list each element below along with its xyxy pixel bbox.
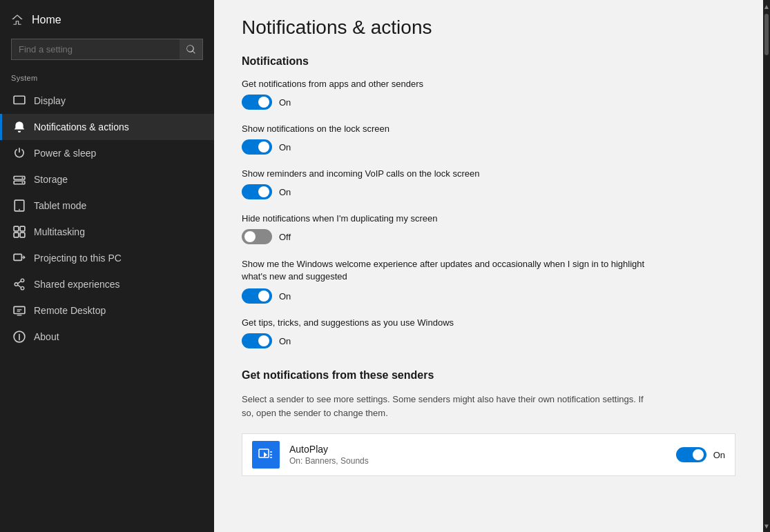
svg-rect-11 [14,254,21,260]
t5-toggle[interactable] [242,288,272,304]
autoplay-track [676,447,706,462]
t2-label: Show notifications on the lock screen [242,124,735,134]
t5-label: Show me the Windows welcome experience a… [242,258,656,283]
t6-state: On [279,336,291,346]
setting-row-t4: Hide notifications when I'm duplicating … [242,213,735,244]
power-label: Power & sleep [34,148,96,159]
tablet-icon [13,199,26,212]
shared-label: Shared experiences [34,279,120,290]
sidebar-item-display[interactable]: Display [0,88,214,114]
t1-toggle-row: On [242,95,735,110]
t3-label: Show reminders and incoming VoIP calls o… [242,168,735,179]
t1-thumb [258,97,269,108]
storage-icon [13,173,26,186]
sidebar-item-power[interactable]: Power & sleep [0,140,214,166]
tablet-label: Tablet mode [34,200,86,211]
notifications-label: Notifications & actions [34,121,129,132]
t6-track [242,333,272,348]
senders-desc: Select a sender to see more settings. So… [242,393,656,420]
sidebar-item-about[interactable]: About [0,324,214,350]
storage-label: Storage [34,174,68,185]
scroll-thumb[interactable] [764,14,769,55]
sidebar-item-storage[interactable]: Storage [0,166,214,193]
t5-state: On [279,291,291,302]
setting-row-t3: Show reminders and incoming VoIP calls o… [242,168,735,199]
search-button[interactable] [180,39,203,60]
svg-rect-10 [20,233,25,237]
sidebar-item-tablet[interactable]: Tablet mode [0,193,214,219]
app-row-autoplay[interactable]: AutoPlay On: Banners, Sounds On [242,433,735,476]
bell-icon [13,121,26,133]
sidebar-item-projecting[interactable]: Projecting to this PC [0,245,214,271]
autoplay-name: AutoPlay [289,444,676,455]
sidebar-item-home[interactable]: Home [0,7,214,33]
svg-rect-7 [14,226,19,231]
senders-section: Get notifications from these senders Sel… [242,369,735,476]
autoplay-info: AutoPlay On: Banners, Sounds [289,444,676,466]
t6-thumb [258,335,269,346]
t2-thumb [258,141,269,152]
page-title: Notifications & actions [242,17,735,39]
display-label: Display [34,95,66,106]
scroll-down-arrow[interactable]: ▼ [763,520,770,532]
t3-state: On [279,187,291,197]
sidebar-item-shared[interactable]: Shared experiences [0,271,214,297]
t2-state: On [279,142,291,152]
t6-label: Get tips, tricks, and suggestions as you… [242,317,735,328]
t5-thumb [258,290,269,302]
t4-track [242,229,272,244]
t4-label: Hide notifications when I'm duplicating … [242,213,735,224]
setting-row-t6: Get tips, tricks, and suggestions as you… [242,317,735,348]
sidebar-item-remote[interactable]: Remote Desktop [0,297,214,324]
t4-toggle-row: Off [242,229,735,244]
search-box [11,39,203,60]
shared-icon [13,278,26,290]
autoplay-state: On [713,450,725,460]
t3-thumb [258,186,269,197]
about-label: About [34,331,59,342]
home-icon [11,14,23,26]
t2-toggle[interactable] [242,139,272,155]
autoplay-toggle[interactable] [676,447,706,462]
t2-toggle-row: On [242,139,735,155]
sidebar-item-notifications[interactable]: Notifications & actions [0,114,214,140]
project-icon [13,252,26,264]
svg-point-4 [21,181,23,183]
senders-heading: Get notifications from these senders [242,369,735,382]
autoplay-icon [258,446,274,463]
main-content: Notifications & actions Notifications Ge… [214,0,763,532]
search-icon [186,45,196,55]
monitor-icon [13,95,26,107]
setting-row-t5: Show me the Windows welcome experience a… [242,258,735,304]
svg-point-14 [21,286,24,290]
window-scrollbar: ▲ ▼ [763,0,770,532]
t5-track [242,288,272,304]
t3-toggle[interactable] [242,184,272,199]
scroll-up-arrow[interactable]: ▲ [763,0,770,12]
svg-point-6 [19,209,20,210]
svg-rect-8 [20,226,25,231]
info-icon [13,331,26,343]
t1-state: On [279,97,291,108]
sidebar: Home System Display Notifications & acti… [0,0,214,532]
svg-point-3 [21,177,23,179]
setting-row-t1: Get notifications from apps and other se… [242,79,735,110]
t4-toggle[interactable] [242,229,272,244]
sidebar-item-multitasking[interactable]: Multitasking [0,219,214,245]
notifications-section-heading: Notifications [242,55,735,68]
svg-rect-0 [14,96,25,104]
t3-toggle-row: On [242,184,735,199]
autoplay-icon-box [252,441,280,469]
autoplay-sub: On: Banners, Sounds [289,456,676,466]
t3-track [242,184,272,199]
t1-track [242,95,272,110]
svg-point-13 [15,283,18,286]
t6-toggle[interactable] [242,333,272,348]
autoplay-toggle-area: On [676,447,725,462]
t1-toggle[interactable] [242,95,272,110]
setting-row-t2: Show notifications on the lock screen On [242,124,735,155]
t5-toggle-row: On [242,288,735,304]
t2-track [242,139,272,155]
multitask-icon [13,226,26,238]
search-input[interactable] [11,39,203,60]
